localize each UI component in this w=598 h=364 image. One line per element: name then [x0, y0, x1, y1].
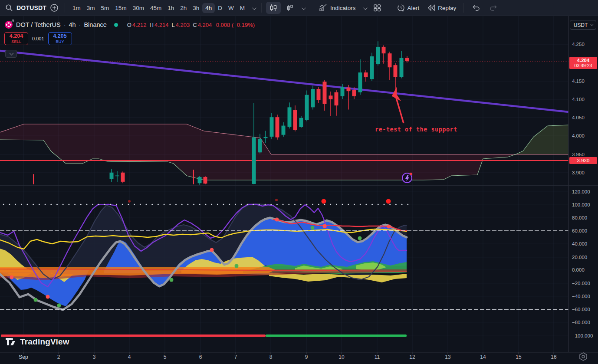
interval-W[interactable]: W [225, 3, 237, 13]
overbought-dot [386, 199, 391, 204]
interval-4h[interactable]: 4h [202, 3, 215, 13]
countdown-timer: 03:49:23 [575, 63, 592, 68]
redo-button[interactable] [486, 2, 501, 13]
sell-price: 4.204 [10, 33, 23, 39]
candle-body [293, 110, 297, 130]
candle-body [382, 47, 386, 53]
indicator-tick-label: −100.000 [572, 333, 593, 338]
layout-templates-icon[interactable] [370, 2, 384, 14]
candle-body [364, 72, 368, 77]
alert-button[interactable]: Alert [394, 2, 423, 14]
market-status-dot[interactable] [114, 23, 118, 27]
currency-dropdown[interactable]: USDT [570, 20, 596, 30]
interval-label[interactable]: 4h [69, 21, 76, 28]
candle-body [276, 117, 279, 137]
interval-45m[interactable]: 45m [147, 3, 164, 13]
high-label: H [150, 22, 154, 28]
sell-signal-dot [323, 224, 327, 228]
candle-body [258, 139, 262, 152]
toolbar-divider [261, 3, 262, 13]
sell-signal-dot [210, 248, 214, 252]
tradingview-logo-text: TradingView [20, 337, 69, 347]
time-tick-label: 10 [338, 354, 345, 360]
toolbar-divider [65, 3, 65, 13]
tradingview-logo[interactable]: TradingView [5, 337, 69, 347]
overbought-dot [128, 200, 131, 203]
time-tick-label: 15 [516, 354, 522, 360]
indicator-tick-label: 120.000 [572, 189, 590, 194]
interval-15m[interactable]: 15m [112, 3, 129, 13]
indicator-tick-label: 80.000 [572, 215, 587, 220]
time-tick-label: 2 [57, 354, 60, 360]
chart-legend[interactable]: DOT / TetherUS · 4h · Binance O4.212 H4.… [4, 20, 255, 29]
close-label: C [193, 22, 197, 28]
ichimoku-bull-cloud [516, 125, 568, 154]
chart-canvas[interactable]: 4.2504.1504.1004.0504.0003.9503.900120.0… [0, 0, 598, 364]
interval-menu-chevron[interactable] [250, 2, 257, 13]
interval-D[interactable]: D [215, 3, 225, 13]
price-tick-label: 4.000 [572, 133, 585, 138]
chart-style-chevron[interactable] [299, 2, 306, 13]
time-tick-label: 5 [164, 354, 167, 360]
interval-1h[interactable]: 1h [164, 3, 177, 13]
candle-body [394, 65, 398, 77]
time-tick-label: 3 [93, 354, 96, 360]
time-tick-label: 13 [445, 354, 451, 360]
level-price-value: 3.930 [577, 158, 590, 163]
exchange-label[interactable]: Binance [84, 21, 106, 28]
undo-button[interactable] [468, 2, 484, 13]
price-tick-label: 3.900 [572, 170, 585, 175]
buy-label: BUY [56, 39, 64, 44]
sell-button[interactable]: 4.204 SELL [4, 32, 28, 45]
interval-3h[interactable]: 3h [190, 3, 202, 13]
indicators-chevron[interactable] [361, 2, 368, 13]
candle-body [335, 92, 338, 105]
indicator-tick-label: 0.000 [572, 267, 585, 272]
interval-3m[interactable]: 3m [84, 3, 98, 13]
price-tick-label: 4.250 [572, 42, 585, 47]
chart-style-alt-button[interactable] [283, 2, 297, 14]
candle-body [352, 90, 356, 96]
interval-5m[interactable]: 5m [98, 3, 112, 13]
momentum-strip-green [266, 334, 407, 337]
chart-style-candles-button[interactable] [266, 2, 281, 14]
candle-body [204, 177, 207, 184]
candle-body [341, 87, 345, 96]
compare-add-icon[interactable] [48, 2, 60, 14]
indicator-tick-label: −20.000 [572, 281, 590, 286]
axis-settings-icon[interactable] [580, 353, 587, 361]
grid-lines [0, 16, 568, 352]
support-retest-annotation[interactable]: re-test of the support [375, 126, 457, 133]
time-axis[interactable]: Sep2345678910111213141516 [19, 352, 557, 360]
toolbar-divider [311, 3, 311, 13]
candle-body [115, 176, 119, 177]
symbol-pair-label[interactable]: DOT / TetherUS [16, 21, 61, 28]
indicator-badge[interactable] [402, 173, 412, 183]
interval-M[interactable]: M [237, 3, 248, 13]
buy-signal-dot [57, 304, 61, 308]
high-value: 4.214 [154, 22, 169, 28]
interval-30m[interactable]: 30m [130, 3, 147, 13]
search-icon[interactable] [3, 2, 15, 13]
legend-collapse-button[interactable] [5, 50, 17, 58]
time-tick-label: 8 [269, 354, 273, 360]
price-axis[interactable]: 4.2504.1504.1004.0504.0003.9503.900120.0… [569, 42, 597, 338]
separator: · [79, 21, 81, 28]
price-tick-label: 4.150 [572, 79, 585, 84]
time-tick-label: 7 [234, 354, 237, 360]
yellow-area-right [269, 273, 407, 282]
candle-body [288, 107, 292, 127]
interval-1m[interactable]: 1m [69, 3, 84, 13]
candle-body [198, 177, 202, 183]
buy-button[interactable]: 4.205 BUY [48, 32, 72, 45]
toolbar-divider [463, 3, 464, 13]
indicators-button[interactable]: Indicators [315, 2, 359, 14]
replay-button[interactable]: Replay [424, 2, 459, 14]
symbol-search-button[interactable]: DOTUSDT [16, 4, 46, 11]
hexagon-center [582, 355, 585, 358]
interval-2h[interactable]: 2h [177, 3, 190, 13]
candle-body [305, 95, 309, 120]
indicator-tick-label: 100.000 [572, 202, 590, 207]
currency-label: USDT [574, 22, 588, 28]
hexagon-icon [580, 353, 587, 361]
